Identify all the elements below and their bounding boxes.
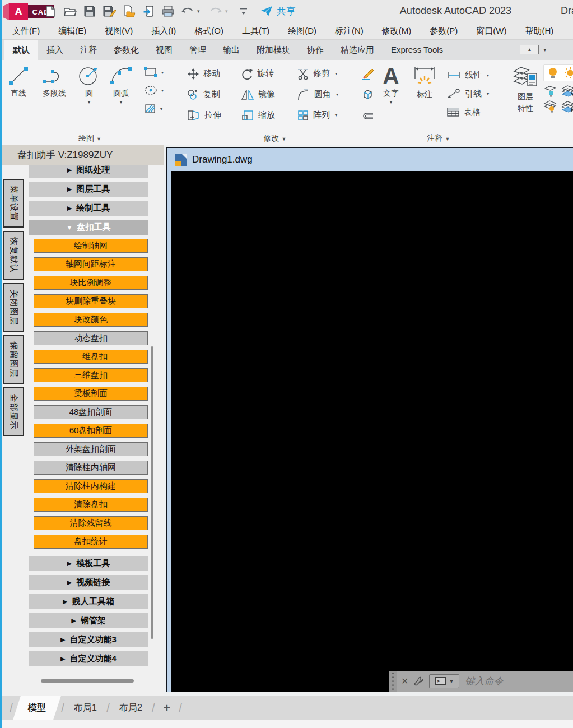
dimension-button[interactable]: 标注	[407, 60, 442, 119]
copy-button[interactable]: 复制	[187, 89, 241, 101]
layer-properties-button[interactable]: 图层 特性	[512, 60, 539, 114]
tool-button[interactable]: 48盘扣剖面	[34, 405, 148, 419]
ribbon-tab-collaborate[interactable]: 协作	[299, 40, 332, 60]
section-sheet-processing[interactable]: 图纸处理	[29, 165, 148, 178]
redo-dropdown[interactable]	[225, 8, 231, 14]
new-layout-button[interactable]: +	[158, 696, 176, 720]
tab-layout2[interactable]: 布局2	[113, 696, 149, 720]
array-dropdown[interactable]	[335, 113, 337, 118]
layer-freeze-button[interactable]	[543, 85, 557, 97]
leader-button[interactable]: 引线	[446, 86, 489, 101]
vtab-restore-default[interactable]: 恢复默认	[3, 231, 24, 280]
ribbon-collapse-control[interactable]	[520, 45, 546, 54]
menu-draw[interactable]: 绘图(D)	[288, 26, 316, 36]
tool-button[interactable]: 外架盘扣剖面	[34, 442, 148, 456]
ribbon-tab-view[interactable]: 视图	[147, 40, 181, 60]
menu-modify[interactable]: 修改(M)	[382, 26, 412, 36]
panel-annotate-footer[interactable]: 注释	[370, 133, 507, 143]
new-file-button[interactable]	[44, 4, 57, 18]
section-template-tools[interactable]: 模板工具	[29, 556, 148, 571]
save-to-mobile-button[interactable]	[142, 4, 155, 18]
tool-button[interactable]: 块比例调整	[34, 276, 148, 290]
ribbon-tab-annotate[interactable]: 注释	[72, 40, 105, 60]
ribbon-tab-parametric[interactable]: 参数化	[105, 40, 147, 60]
fillet-dropdown[interactable]	[336, 92, 338, 97]
rectangle-button[interactable]	[143, 67, 164, 78]
layer-unisolate-button[interactable]	[561, 100, 573, 113]
save-button[interactable]	[83, 4, 96, 18]
leader-dropdown[interactable]	[487, 91, 489, 96]
save-as-button[interactable]	[103, 4, 116, 18]
layer-off-button[interactable]	[543, 100, 557, 113]
open-file-button[interactable]	[63, 4, 77, 18]
array-button[interactable]: 阵列	[297, 109, 361, 122]
arc-button[interactable]: 圆弧	[104, 60, 138, 115]
sidebar-vertical-scrollbar[interactable]	[151, 346, 153, 639]
ribbon-tab-home[interactable]: 默认	[4, 40, 38, 60]
tool-button[interactable]: 块改颜色	[34, 313, 148, 327]
ellipse-dropdown[interactable]	[161, 88, 164, 93]
fillet-button[interactable]: 圆角	[297, 89, 361, 101]
tool-button[interactable]: 清除柱内构建	[34, 479, 148, 493]
section-custom-4[interactable]: 自定义功能4	[29, 651, 148, 666]
hatch-dropdown[interactable]	[160, 106, 162, 112]
layer-brightness-button[interactable]	[564, 67, 573, 79]
ellipse-button[interactable]	[143, 85, 164, 95]
menu-parametric[interactable]: 参数(P)	[430, 26, 458, 36]
mirror-button[interactable]: 镜像	[241, 89, 297, 101]
tool-button[interactable]: 轴网间距标注	[34, 257, 148, 271]
menu-format[interactable]: 格式(O)	[194, 26, 223, 36]
trim-button[interactable]: 修剪	[297, 68, 361, 80]
section-custom-3[interactable]: 自定义功能3	[29, 632, 148, 647]
command-bar-drag-handle[interactable]	[389, 671, 397, 692]
tool-button[interactable]: 三维盘扣	[34, 368, 148, 382]
tab-layout1[interactable]: 布局1	[67, 696, 104, 720]
scale-button[interactable]: 缩放	[241, 109, 297, 122]
vtab-menu-settings[interactable]: 菜单设置	[3, 179, 24, 228]
section-steel-pipe-frame[interactable]: 钢管架	[29, 613, 148, 628]
menu-help[interactable]: 帮助(H)	[525, 26, 553, 36]
qat-customize-button[interactable]	[237, 4, 250, 18]
text-dropdown[interactable]	[390, 100, 392, 105]
trim-dropdown[interactable]	[335, 71, 337, 76]
command-bar-wrench-icon[interactable]	[413, 676, 424, 687]
menu-dimension[interactable]: 标注(N)	[335, 26, 364, 36]
polyline-button[interactable]: 多段线	[35, 60, 74, 115]
drawing-window-titlebar[interactable]: Drawing1.dwg	[167, 148, 573, 171]
vtab-show-all[interactable]: 全部显示	[3, 387, 24, 436]
command-input-placeholder[interactable]: 键入命令	[465, 675, 503, 688]
tool-button[interactable]: 清除盘扣	[34, 498, 148, 512]
share-button[interactable]: 共享	[260, 5, 296, 18]
section-layer-tools[interactable]: 图层工具	[29, 182, 148, 197]
layer-on-button[interactable]	[547, 67, 558, 79]
move-button[interactable]: 移动	[187, 68, 241, 80]
vtab-keep-layer[interactable]: 保留图层	[3, 335, 24, 384]
rectangle-dropdown[interactable]	[161, 70, 164, 75]
ribbon-tab-manage[interactable]: 管理	[181, 40, 215, 60]
panel-modify-footer[interactable]: 修改	[180, 133, 370, 143]
section-pankou-tools[interactable]: 盘扣工具	[29, 220, 148, 235]
tool-button[interactable]: 块删除重叠块	[34, 294, 148, 308]
arc-dropdown[interactable]	[120, 100, 122, 105]
circle-dropdown[interactable]	[88, 100, 90, 105]
stretch-button[interactable]: 拉伸	[187, 109, 241, 122]
command-prompt-button[interactable]: >_	[429, 674, 459, 688]
rotate-button[interactable]: 旋转	[241, 68, 297, 80]
undo-button[interactable]	[181, 4, 194, 18]
hatch-button[interactable]	[143, 103, 164, 115]
tool-button[interactable]: 清除残留线	[34, 516, 148, 530]
tab-model[interactable]: 模型	[13, 696, 61, 720]
menu-view[interactable]: 视图(V)	[105, 26, 133, 36]
menu-tools[interactable]: 工具(T)	[242, 26, 269, 36]
ribbon-tab-express[interactable]: Express Tools	[383, 40, 451, 60]
menu-edit[interactable]: 编辑(E)	[58, 26, 86, 36]
section-draw-tools[interactable]: 绘制工具	[29, 201, 148, 216]
text-button[interactable]: A 文字	[375, 60, 407, 119]
redo-button[interactable]	[209, 4, 222, 18]
ribbon-tab-insert[interactable]: 插入	[38, 40, 72, 60]
linear-dropdown[interactable]	[487, 73, 489, 78]
menu-insert[interactable]: 插入(I)	[151, 26, 176, 36]
ribbon-collapse-dropdown[interactable]	[543, 47, 546, 53]
ribbon-tab-output[interactable]: 输出	[215, 40, 248, 60]
menu-window[interactable]: 窗口(W)	[476, 26, 506, 36]
